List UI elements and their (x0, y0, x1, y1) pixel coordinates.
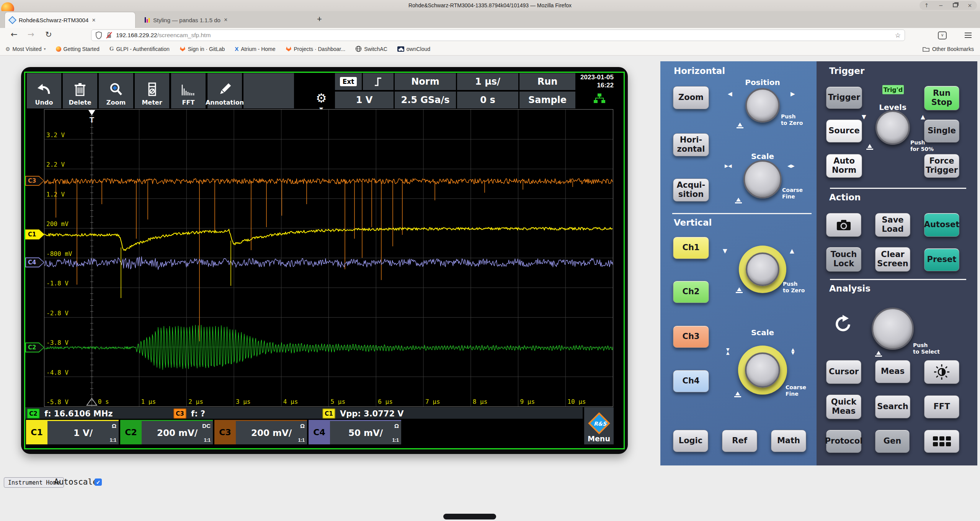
trigger-button[interactable]: Trigger (826, 87, 862, 109)
reload-icon[interactable]: ↻ (45, 30, 52, 39)
auto-norm-button[interactable]: Auto Norm (826, 154, 862, 178)
acquisition-button[interactable]: Acqui- sition (673, 179, 709, 202)
single-button[interactable]: Single (924, 120, 959, 143)
trigger-levels-knob[interactable] (875, 110, 910, 145)
ch2-button[interactable]: Ch2 (673, 281, 709, 303)
tab-rtm3004[interactable]: Rohde&Schwarz-RTM3004 × (5, 12, 136, 28)
tracking-shield-icon[interactable] (95, 31, 102, 39)
url-bar[interactable]: 192.168.229.22/screencam_sfp.htm ☆ (91, 29, 905, 41)
channel-c2-settings[interactable]: C2 200 mV/ DC1:1 (120, 420, 213, 444)
url-path: /screencam_sfp.htm (157, 32, 211, 38)
logic-button[interactable]: Logic (673, 430, 708, 452)
ch3-button[interactable]: Ch3 (673, 326, 709, 348)
tab-close-icon[interactable]: × (224, 16, 227, 23)
fft-button[interactable]: FFT (924, 395, 959, 418)
tab-close-icon[interactable]: × (92, 17, 95, 24)
gen-button[interactable]: Gen (875, 430, 910, 453)
intensity-button[interactable] (924, 360, 959, 384)
scope-delete-button[interactable]: Delete (63, 73, 97, 108)
autoset-button[interactable]: Autoset (924, 213, 959, 237)
channel-marker-c3[interactable]: C3 (25, 176, 44, 186)
bookmark-owncloud[interactable]: ownCloud (397, 46, 430, 52)
acquisition-state-cell[interactable]: Run (519, 73, 575, 90)
close-window-icon[interactable]: × (968, 2, 972, 8)
preset-button[interactable]: Preset (924, 248, 959, 271)
bookmark-star-icon[interactable]: ☆ (895, 31, 901, 39)
svg-text:4 µs: 4 µs (283, 398, 298, 405)
scope-zoom-button[interactable]: Zoom (99, 73, 133, 108)
insecure-lock-icon[interactable] (106, 31, 113, 39)
svg-text:7 µs: 7 µs (425, 398, 440, 405)
ch1-button[interactable]: Ch1 (673, 237, 709, 259)
scope-menu-button[interactable]: R&S Menu (584, 407, 614, 444)
trigger-mode-cell[interactable]: Norm (395, 73, 456, 90)
scope-undo-button[interactable]: Undo (27, 73, 61, 108)
save-load-button[interactable]: Save Load (875, 213, 910, 237)
bookmark-projects[interactable]: Projects · Dashboar... (286, 46, 346, 52)
acquisition-mode-cell[interactable]: Sample (519, 92, 575, 108)
channel-c3-settings[interactable]: C3 200 mV/ Ω1:1 (214, 420, 307, 444)
hamburger-menu-icon[interactable] (965, 33, 972, 33)
scope-fft-button[interactable]: FFT (171, 73, 206, 108)
bookmark-glpi[interactable]: G GLPI - Authentification (109, 46, 170, 52)
url-text[interactable]: 192.168.229.22/screencam_sfp.htm (116, 32, 211, 39)
navigation-knob[interactable] (872, 308, 914, 350)
protocol-button[interactable]: Protocol (826, 430, 861, 453)
scope-settings-gear-icon[interactable]: ⚙ (316, 91, 327, 105)
scope-meter-button[interactable]: Meter (135, 73, 169, 108)
channel-c4-settings[interactable]: C4 50 mV/ Ω1:1 (309, 420, 401, 444)
other-bookmarks[interactable]: Other Bookmarks (923, 43, 974, 56)
scope-annotation-button[interactable]: Annotation (207, 73, 242, 108)
apps-keypad-button[interactable] (924, 430, 959, 453)
source-button[interactable]: Source (826, 120, 862, 143)
trigger-level-cell[interactable]: 1 V (335, 92, 394, 108)
sample-rate-cell[interactable]: 2.5 GSa/s (395, 92, 456, 108)
bookmarks-bar: ⚙ Most Visited ▾ Getting Started G GLPI … (0, 43, 980, 56)
tab-pandas[interactable]: Styling — pandas 1.1.5 do × (140, 12, 305, 28)
pocket-icon[interactable]: ∨ (938, 31, 947, 39)
run-stop-button[interactable]: Run Stop (924, 86, 959, 110)
force-trigger-button[interactable]: Force Trigger (924, 154, 959, 178)
vertical-scale-knob[interactable] (738, 346, 787, 395)
measurement-c3-frequency: C3 f: ? (173, 408, 205, 419)
channel-marker-c2[interactable]: C2 (25, 342, 44, 352)
trigger-slope-cell[interactable] (363, 73, 394, 90)
horizontal-button[interactable]: Hori- zontal (673, 133, 709, 156)
shade-window-icon[interactable]: ↑ (924, 2, 929, 8)
math-button[interactable]: Math (771, 430, 806, 452)
ref-button[interactable]: Ref (722, 430, 757, 452)
push-marker-icon (875, 351, 882, 357)
autoscale-checkbox[interactable] (95, 478, 102, 486)
cursor-button[interactable]: Cursor (826, 360, 861, 384)
back-icon[interactable]: ← (11, 30, 18, 39)
bookmark-getting-started[interactable]: Getting Started (56, 46, 100, 52)
timebase-cell[interactable]: 1 µs/ (457, 73, 518, 90)
clear-screen-button[interactable]: Clear Screen (875, 247, 910, 272)
zoom-button[interactable]: Zoom (673, 86, 709, 109)
bookmark-atrium[interactable]: X Atrium - Home (235, 46, 275, 52)
maximize-window-icon[interactable] (953, 2, 958, 8)
meas-button[interactable]: Meas (875, 360, 910, 383)
tab-bar: Rohde&Schwarz-RTM3004 × Styling — pandas… (0, 11, 980, 28)
channel-c1-settings[interactable]: C1 1 V/ Ω1:1 (26, 420, 119, 444)
screenshot-button[interactable] (826, 213, 861, 237)
quick-meas-button[interactable]: Quick Meas (826, 395, 861, 419)
horizontal-position-knob[interactable] (745, 88, 780, 123)
minimize-window-icon[interactable]: − (939, 2, 943, 8)
horizontal-scale-knob[interactable] (743, 160, 782, 198)
search-button[interactable]: Search (875, 395, 910, 418)
ch4-button[interactable]: Ch4 (673, 370, 709, 392)
bookmark-gitlab[interactable]: Sign in · GitLab (180, 46, 225, 52)
horizontal-position-cell[interactable]: 0 s (457, 92, 518, 108)
channel-marker-c4[interactable]: C4 (25, 257, 44, 267)
svg-text:200 mV: 200 mV (46, 220, 69, 228)
vertical-position-knob[interactable] (739, 246, 786, 293)
forward-icon[interactable]: → (28, 30, 34, 39)
waveform-display[interactable]: 3.2 V2.2 V1.2 V200 mV-800 mV-1.8 V-2.8 V… (44, 109, 613, 407)
bookmark-switchac[interactable]: SwitchAC (355, 46, 387, 52)
new-tab-button[interactable]: + (317, 14, 322, 24)
bookmark-most-visited[interactable]: ⚙ Most Visited ▾ (5, 46, 46, 52)
channel-marker-c1[interactable]: C1 (25, 229, 44, 239)
touch-lock-button[interactable]: Touch Lock (826, 247, 861, 272)
trigger-source-cell[interactable]: Ext (335, 73, 362, 90)
